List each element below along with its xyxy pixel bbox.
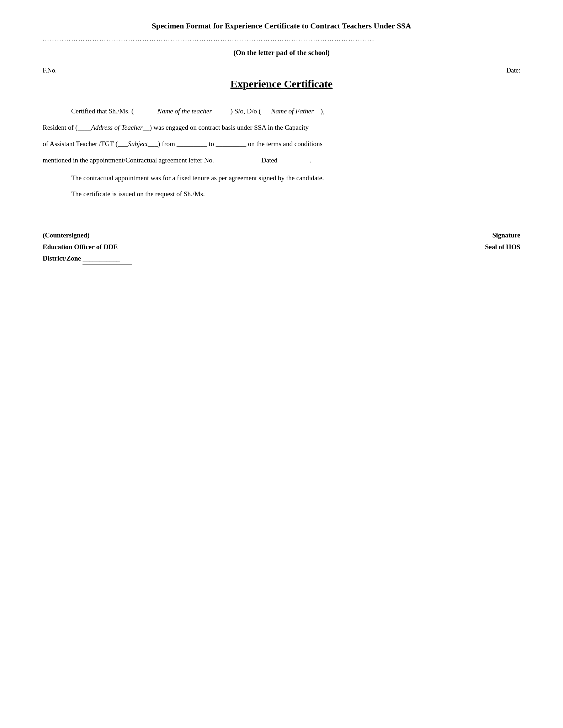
right-signature: Signature Seal of HOS: [485, 230, 520, 253]
fn-label: F.No.: [43, 67, 57, 74]
paragraph-3: of Assistant Teacher /TGT (___Subject___…: [43, 137, 520, 151]
para6-prefix: The certificate is issued on the request…: [71, 190, 205, 198]
paragraph-5: The contractual appointment was for a fi…: [43, 171, 520, 185]
paragraph-6: The certificate is issued on the request…: [43, 187, 520, 201]
para3-mid: ___) from _________ to _________ on the …: [148, 140, 323, 148]
letter-pad-note: (On the letter pad of the school): [43, 49, 520, 57]
seal-label: Seal of HOS: [485, 241, 520, 253]
para1-teacher-name: Name of the teacher: [157, 107, 212, 115]
signature-section: (Countersigned) Education Officer of DDE…: [43, 230, 520, 264]
para5-text: The contractual appointment was for a fi…: [71, 174, 324, 182]
date-label: Date:: [506, 67, 520, 74]
para1-father-name: Name of Father: [271, 107, 314, 115]
district-blank: ___________: [83, 253, 132, 264]
signature-label: Signature: [485, 230, 520, 241]
page: Specimen Format for Experience Certifica…: [0, 0, 563, 728]
header-title: Specimen Format for Experience Certifica…: [43, 21, 520, 31]
paragraph-2: Resident of (____Address of Teacher__) w…: [43, 121, 520, 135]
certificate-title: Experience Certificate: [43, 78, 520, 90]
para2-suffix: __) was engaged on contract basis under …: [143, 124, 308, 131]
education-officer-label: Education Officer of DDE: [43, 241, 132, 253]
left-signature: (Countersigned) Education Officer of DDE…: [43, 230, 132, 264]
para2-prefix: Resident of (____: [43, 124, 91, 131]
body-content: Certified that Sh./Ms. (_______Name of t…: [43, 104, 520, 201]
para6-blank: [205, 196, 251, 196]
para3-prefix: of Assistant Teacher /TGT (___: [43, 140, 128, 148]
para2-address: Address of Teacher: [91, 124, 143, 131]
district-zone-label: District/Zone ___________: [43, 253, 132, 264]
para1-mid: _____) S/o, D/o (___: [212, 107, 271, 115]
countersigned-label: (Countersigned): [43, 230, 132, 241]
para1-prefix: Certified that Sh./Ms. (_______: [71, 107, 157, 115]
paragraph-1: Certified that Sh./Ms. (_______Name of t…: [43, 104, 520, 118]
para4-text: mentioned in the appointment/Contractual…: [43, 156, 311, 164]
dotted-line: ……………………………………………………………………………………………………………: [43, 35, 520, 42]
para1-suffix: __),: [314, 107, 324, 115]
fn-date-row: F.No. Date:: [43, 67, 520, 74]
para3-subject: Subject: [128, 140, 148, 148]
paragraph-4: mentioned in the appointment/Contractual…: [43, 153, 520, 167]
